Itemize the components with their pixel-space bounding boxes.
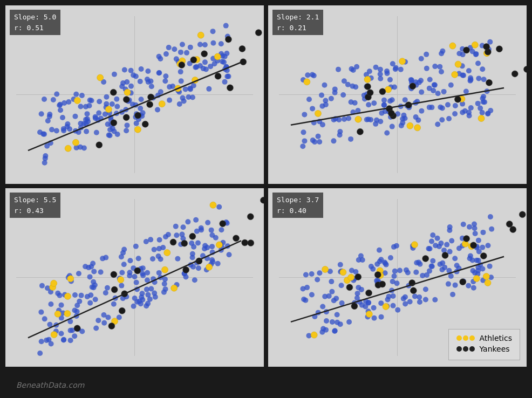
footer-text: BeneathData.com (16, 381, 84, 389)
footer: BeneathData.com (0, 372, 532, 398)
yankees-dot-2 (463, 346, 468, 352)
slope-bl: Slope: 5.5 (14, 195, 56, 205)
athletics-dots (456, 335, 475, 341)
athletics-dot-1 (456, 335, 462, 341)
charts-grid: Slope: 5.0 r: 0.51 Slope: 2.1 r: 0.21 Sl… (0, 0, 532, 372)
slope-tr: Slope: 2.1 (277, 12, 319, 23)
r-br: r: 0.40 (277, 205, 319, 216)
athletics-dot-3 (469, 335, 475, 341)
chart-top-right: Slope: 2.1 r: 0.21 (268, 5, 527, 184)
yankees-dots (456, 346, 475, 352)
stats-box-tr: Slope: 2.1 r: 0.21 (272, 10, 323, 35)
athletics-dot-2 (463, 335, 468, 341)
legend-yankees: Yankees (456, 345, 512, 353)
r-tl: r: 0.51 (14, 23, 56, 33)
chart-top-left: Slope: 5.0 r: 0.51 (5, 5, 264, 184)
yankees-dot-1 (456, 346, 462, 352)
legend-box: Athletics Yankees (448, 329, 520, 360)
chart-bottom-left: Slope: 5.5 r: 0.43 (5, 188, 264, 367)
athletics-label: Athletics (479, 334, 512, 342)
stats-box-tl: Slope: 5.0 r: 0.51 (10, 10, 60, 35)
stats-box-bl: Slope: 5.5 r: 0.43 (10, 193, 60, 218)
slope-br: Slope: 3.7 (277, 195, 319, 205)
stats-box-br: Slope: 3.7 r: 0.40 (272, 193, 323, 218)
slope-tl: Slope: 5.0 (14, 12, 56, 23)
chart-bottom-right: Slope: 3.7 r: 0.40 Athletics Yank (268, 188, 527, 367)
yankees-label: Yankees (479, 345, 509, 353)
legend-athletics: Athletics (456, 334, 512, 342)
r-bl: r: 0.43 (14, 205, 56, 216)
yankees-dot-3 (469, 346, 475, 352)
r-tr: r: 0.21 (277, 23, 319, 33)
